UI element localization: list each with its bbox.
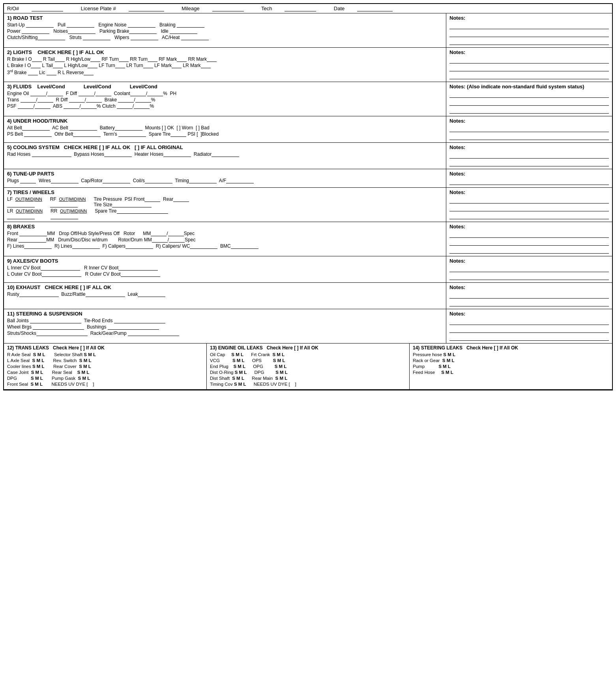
f-diff-cond[interactable] — [95, 96, 111, 96]
coolant-level[interactable] — [130, 96, 146, 96]
pull-val[interactable] — [67, 27, 94, 28]
l-outer-boot-val[interactable] — [42, 276, 81, 277]
rr-val[interactable] — [51, 219, 78, 219]
psf-cond[interactable] — [35, 108, 51, 109]
mileage-value[interactable] — [212, 11, 244, 11]
trans-cond[interactable] — [37, 102, 53, 103]
r-diff-cond[interactable] — [86, 102, 102, 103]
coolant-cond[interactable] — [147, 96, 163, 96]
rusty-val[interactable] — [19, 297, 59, 297]
radiator-val[interactable] — [212, 157, 239, 157]
power-val[interactable] — [22, 34, 49, 34]
tires-note-2[interactable] — [449, 204, 609, 211]
under-hood-note-1[interactable] — [449, 125, 609, 132]
r-tail-val[interactable] — [55, 62, 65, 62]
r-outer-boot-val[interactable] — [121, 276, 160, 277]
lr-val[interactable] — [7, 219, 35, 219]
timing-val[interactable] — [189, 183, 217, 183]
r-calipers-val[interactable] — [190, 248, 217, 249]
abs-cond[interactable] — [81, 108, 97, 109]
rf-turn-val[interactable] — [119, 62, 129, 62]
cap-rotor-val[interactable] — [103, 183, 130, 183]
date-value[interactable] — [357, 11, 393, 11]
brake-level[interactable] — [118, 102, 134, 103]
rad-hoses-val[interactable] — [32, 157, 71, 157]
terms-val[interactable] — [118, 136, 146, 137]
front-rotor-spec[interactable] — [168, 236, 184, 236]
wires-val[interactable] — [51, 183, 79, 183]
coils-val[interactable] — [145, 183, 172, 183]
rear-mm-val[interactable] — [19, 242, 46, 243]
brakes-note-1[interactable] — [449, 231, 609, 238]
note-line-2[interactable] — [449, 30, 609, 37]
ac-belt-val[interactable] — [69, 130, 97, 131]
f-diff-level[interactable] — [79, 96, 94, 96]
r-lines-val[interactable] — [72, 248, 100, 249]
leak-val[interactable] — [138, 297, 165, 297]
axles-note-2[interactable] — [449, 273, 609, 280]
tie-rod-ends-val[interactable] — [114, 323, 165, 323]
steering-note-3[interactable] — [449, 334, 609, 341]
l-tail-val[interactable] — [53, 68, 63, 68]
rf-mark-val[interactable] — [177, 62, 187, 62]
ball-joints-val[interactable] — [30, 323, 81, 323]
ps-belt-val[interactable] — [24, 136, 52, 137]
rear-rotor-mm[interactable] — [152, 242, 168, 243]
under-hood-note-2[interactable] — [449, 133, 609, 140]
lic-val[interactable] — [47, 75, 56, 75]
exhaust-note-2[interactable] — [449, 299, 609, 306]
ac-heat-val[interactable] — [181, 40, 209, 40]
l-high-low-val[interactable] — [88, 68, 97, 68]
steering-note-2[interactable] — [449, 326, 609, 333]
fluids-note-1[interactable] — [449, 91, 609, 98]
l-inner-boot-val[interactable] — [41, 270, 80, 271]
front-rotor-mm[interactable] — [151, 236, 167, 236]
lights-note-2[interactable] — [449, 64, 609, 71]
struts-shocks-val[interactable] — [36, 336, 88, 336]
spare-tire-psi-val[interactable] — [117, 213, 168, 214]
lights-note-3[interactable] — [449, 72, 609, 79]
r-diff-level[interactable] — [69, 102, 85, 103]
clutch-level[interactable] — [117, 108, 133, 109]
tire-size-val[interactable] — [112, 207, 152, 207]
parking-brake-val[interactable] — [129, 34, 157, 34]
r-brake-val[interactable] — [32, 62, 42, 62]
reverse-val[interactable] — [84, 75, 94, 75]
startup-val[interactable] — [26, 27, 54, 28]
trans-level[interactable] — [21, 102, 36, 103]
lf-turn-val[interactable] — [115, 68, 125, 68]
brake-cond[interactable] — [135, 102, 151, 103]
cooling-note-1[interactable] — [449, 151, 609, 159]
engine-noise-val[interactable] — [128, 27, 155, 28]
lr-mark-val[interactable] — [201, 68, 211, 68]
alt-belt-val[interactable] — [22, 130, 50, 131]
idle-val[interactable] — [170, 34, 197, 34]
rr-turn-val[interactable] — [148, 62, 157, 62]
r-inner-boot-val[interactable] — [118, 270, 158, 271]
abs-level[interactable] — [64, 108, 79, 109]
axles-note-1[interactable] — [449, 265, 609, 272]
engine-oil-cond[interactable] — [47, 96, 63, 96]
lf-val[interactable] — [7, 207, 35, 207]
3rd-brake-val[interactable] — [28, 75, 38, 75]
wheel-brgs-val[interactable] — [33, 329, 84, 330]
r-high-low-val[interactable] — [90, 62, 100, 62]
wipers-val[interactable] — [131, 40, 158, 40]
rr-mark-val[interactable] — [207, 62, 217, 62]
brakes-note-2[interactable] — [449, 239, 609, 246]
lr-turn-val[interactable] — [143, 68, 153, 68]
front-mm-val[interactable] — [19, 236, 47, 236]
lf-mark-val[interactable] — [172, 68, 182, 68]
tuneup-note-1[interactable] — [449, 178, 609, 185]
f-lines-val[interactable] — [24, 248, 52, 249]
struts-val[interactable] — [83, 40, 110, 40]
fluids-note-2[interactable] — [449, 99, 609, 106]
noises-val[interactable] — [68, 34, 95, 34]
engine-oil-level[interactable] — [30, 96, 46, 96]
psi-rear-val[interactable] — [173, 202, 189, 202]
steering-note-1[interactable] — [449, 318, 609, 325]
spare-tire-val[interactable] — [170, 136, 186, 137]
exhaust-note-1[interactable] — [449, 291, 609, 299]
buzz-rattle-val[interactable] — [86, 297, 125, 297]
note-line-3[interactable] — [449, 38, 609, 45]
